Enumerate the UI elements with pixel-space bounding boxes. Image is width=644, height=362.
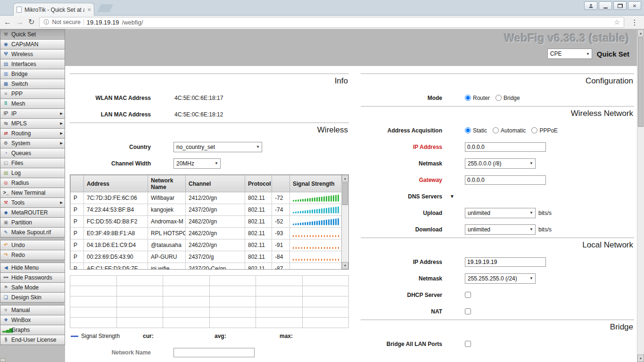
mode-bridge-option[interactable]: Bridge (495, 95, 520, 101)
sidebar-item-hide-menu[interactable]: ◀ Hide Menu (0, 263, 65, 273)
sidebar-item-quick-set[interactable]: ⚒ Quick Set (0, 29, 65, 40)
upload-select[interactable]: unlimited ▼ (465, 208, 536, 218)
page-scrollbar-thumb[interactable] (638, 37, 644, 127)
sidebar-item-capsman[interactable]: ◉ CAPsMAN (0, 39, 65, 49)
mode-router-option[interactable]: Router (465, 95, 490, 101)
sidebar-item-wireless[interactable]: Ψ Wireless (0, 49, 65, 59)
scroll-up-icon[interactable]: ▲ (637, 29, 644, 37)
scan-table-row[interactable]: P 74:23:44:53:BF:B4 kangojek 2437/20/gn … (71, 204, 343, 216)
gateway-input[interactable] (465, 175, 546, 185)
scan-protocol-header[interactable]: Protocol (245, 175, 272, 192)
scan-address-header[interactable]: Address (84, 175, 148, 192)
sidebar-item-switch[interactable]: ▦ Switch (0, 79, 65, 89)
sidebar-item-queues[interactable]: ◔ Queues (0, 148, 65, 158)
sidebar-item-make-supout[interactable]: ✎ Make Supout.rif (0, 227, 65, 238)
sidebar-item-metarouter[interactable]: ◆ MetaROUTER (0, 207, 65, 218)
network-name-input[interactable] (173, 348, 255, 357)
sidebar-item-winbox[interactable]: ❖ WinBox (0, 315, 65, 325)
scan-table-header-row: Address Network Name Channel Protocol Si… (71, 175, 343, 192)
scan-channel-header[interactable]: Channel (186, 175, 245, 192)
lan-netmask-select[interactable]: 255.255.255.0 (/24) ▼ (465, 273, 536, 284)
scan-table-row[interactable]: P E0:3F:49:8B:F1:A8 RPL HOTSPO 2462/20/g… (71, 228, 343, 239)
lan-ip-input[interactable] (465, 257, 546, 267)
lan-netmask-row: Netmask 255.255.255.0 (/24) ▼ (361, 270, 634, 287)
wan-ip-input[interactable] (465, 142, 546, 152)
page-scrollbar[interactable]: ▲ ▼ (637, 29, 644, 362)
browser-menu-icon[interactable]: ⋮ (629, 18, 640, 27)
acquisition-static-option[interactable]: Static (465, 127, 487, 134)
sidebar-item-system[interactable]: ⚙ System ▶ (0, 138, 65, 148)
mode-bridge-label: Bridge (504, 95, 520, 101)
sidebar-item-log[interactable]: ▤ Log (0, 168, 65, 178)
sidebar-item-manual[interactable]: ≡ Manual (0, 305, 65, 315)
reload-button[interactable]: ↻ (28, 18, 34, 26)
sidebar-item-bridge[interactable]: ▥ Bridge (0, 69, 65, 79)
scan-table-row[interactable]: P AE:C1:FE:D3:D5:7E ini wifie 2437/20-Ce… (71, 263, 343, 270)
scroll-down-icon[interactable]: ▼ (637, 354, 644, 362)
sidebar-item-new-terminal[interactable]: >_ New Terminal (0, 188, 65, 198)
acquisition-pppoe-radio[interactable] (531, 127, 537, 133)
sidebar-item-end-user-license[interactable]: § End-User License (0, 335, 65, 345)
site-info-icon[interactable]: ⓘ (43, 18, 49, 26)
bridge-all-checkbox[interactable] (465, 341, 471, 347)
browser-tab[interactable]: MikroTik - Quick Set at a × (13, 3, 94, 16)
sidebar-item-label: Design Skin (11, 294, 61, 301)
sidebar-item-partition[interactable]: ▣ Partition (0, 217, 65, 228)
scan-table-row[interactable]: P 7C:7D:3D:FE:6C:06 Wifibayar 2412/20/gn… (71, 192, 343, 204)
scroll-up-icon[interactable]: ▲ (342, 175, 348, 182)
acquisition-automatic-option[interactable]: Automatic (493, 127, 526, 134)
tab-title: MikroTik - Quick Set at a (25, 7, 84, 13)
sidebar-item-ip[interactable]: IP IP ▶ (0, 108, 65, 119)
sidebar-item-ppp[interactable]: ≈ PPP (0, 89, 65, 99)
bookmark-star-icon[interactable]: ☆ (614, 18, 620, 26)
sidebar-item-interfaces[interactable]: ▤ Interfaces (0, 59, 65, 69)
sidebar-item-undo[interactable]: ↶ Undo (0, 240, 65, 250)
scan-network-name-header[interactable]: Network Name (148, 175, 186, 192)
scan-address: 04:18:D6:E1:C9:D4 (84, 239, 148, 251)
dns-servers-expand-icon[interactable]: ▼ (450, 194, 454, 199)
close-button[interactable]: ✕ (628, 1, 641, 10)
upload-label: Upload (361, 210, 442, 216)
channel-width-select[interactable]: 20MHz ▼ (173, 158, 221, 169)
download-select[interactable]: unlimited ▼ (465, 224, 536, 235)
minimize-button[interactable] (599, 1, 612, 10)
forward-button[interactable]: → (16, 18, 24, 26)
sidebar-item-safe-mode[interactable]: ⚑ Safe Mode (0, 282, 65, 293)
scan-table-row[interactable]: P 04:18:D6:E1:C9:D4 @tatausaha 2462/20/g… (71, 239, 343, 251)
dhcp-server-checkbox[interactable] (465, 292, 471, 298)
maximize-button[interactable] (613, 1, 627, 10)
content-area: Info WLAN MAC Address 4C:5E:0C:6E:18:17 … (65, 66, 637, 362)
network-name-row: Network Name (70, 344, 349, 361)
scan-table-scrollbar[interactable]: ▲ ▼ (341, 175, 348, 269)
sidebar-item-design-skin[interactable]: ❑ Design Skin (0, 292, 65, 303)
sidebar-item-files[interactable]: ◱ Files (0, 158, 65, 168)
sidebar-item-tools[interactable]: ⚒ Tools ▶ (0, 197, 65, 208)
profile-icon[interactable] (584, 1, 597, 10)
mode-router-radio[interactable] (465, 95, 471, 101)
favicon-icon (17, 7, 22, 13)
tab-close-icon[interactable]: × (87, 6, 91, 13)
mode-bridge-radio[interactable] (495, 95, 502, 101)
sidebar-item-mpls[interactable]: ⇆ MPLS ▶ (0, 118, 65, 129)
sidebar-item-mesh[interactable]: ⠿ Mesh (0, 99, 65, 109)
scan-scrollbar-thumb[interactable] (342, 182, 348, 205)
sidebar-item-radius[interactable]: ◎ Radius (0, 178, 65, 188)
acquisition-static-radio[interactable] (465, 127, 471, 133)
scan-signal-strength-header[interactable]: Signal Strength (290, 175, 343, 192)
back-button[interactable]: ← (4, 18, 11, 26)
sidebar-item-routing[interactable]: ⇄ Routing ▶ (0, 128, 65, 139)
country-select[interactable]: no_country_set ▼ (173, 142, 262, 152)
nat-checkbox[interactable] (465, 308, 471, 314)
quickset-mode-select[interactable]: CPE ▼ (547, 49, 592, 59)
acquisition-automatic-radio[interactable] (493, 127, 499, 133)
sidebar-item-hide-passwords[interactable]: ••• Hide Passwords (0, 272, 65, 283)
scroll-down-icon[interactable]: ▼ (342, 262, 348, 269)
wan-netmask-select[interactable]: 255.0.0.0 (/8) ▼ (465, 158, 536, 169)
scan-table-row[interactable]: P FC:DD:55:4D:B8:F2 Andromax-M 2462/20/g… (71, 216, 343, 228)
sidebar-item-redo[interactable]: ↷ Redo (0, 250, 65, 260)
new-tab-button[interactable] (97, 4, 113, 12)
acquisition-pppoe-option[interactable]: PPPoE (531, 127, 558, 134)
scan-table-row[interactable]: P 00:23:69:D5:43:90 AP-GURU 2437/20/g 80… (71, 251, 343, 263)
address-bar[interactable]: ⓘ Not secure 19.19.19.19/webfig/ ☆ (39, 17, 624, 28)
sidebar-item-graphs[interactable]: ▂▄▆ Graphs (0, 325, 65, 335)
